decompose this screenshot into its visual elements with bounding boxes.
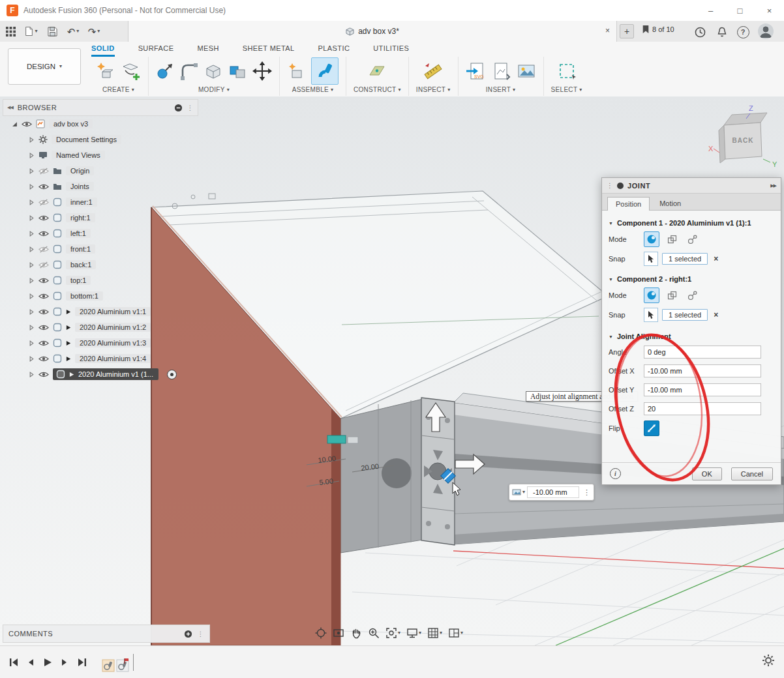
snap-selected-button[interactable]: 1 selected [662, 253, 708, 265]
expand-icon[interactable] [29, 231, 35, 237]
visibility-eye-off-icon[interactable] [38, 246, 50, 253]
browser-item-label[interactable]: front:1 [66, 244, 95, 254]
timeline-joint-marker[interactable] [102, 658, 115, 672]
visibility-eye-icon[interactable] [38, 230, 50, 237]
browser-item-origin[interactable]: Origin [3, 163, 198, 179]
assemble-menu[interactable]: ASSEMBLE▾ [292, 86, 334, 93]
joint-dialog-header[interactable]: ⋮ JOINT ▶▶ [602, 178, 781, 194]
info-icon[interactable]: i [610, 468, 621, 479]
new-form-icon[interactable] [96, 61, 115, 81]
expand-icon[interactable] [29, 137, 35, 143]
mode-simple-icon[interactable] [644, 231, 659, 247]
combine-icon[interactable] [228, 62, 247, 80]
visibility-eye-off-icon[interactable] [38, 168, 50, 175]
browser-item-front[interactable]: front:1 [3, 241, 198, 257]
close-button[interactable]: × [755, 1, 784, 21]
visibility-eye-icon[interactable] [38, 214, 50, 222]
expand-icon[interactable] [29, 372, 35, 377]
expand-icon[interactable] [12, 121, 18, 127]
browser-item-aluminium-1[interactable]: 2020 Aluminium v1:1 [3, 304, 198, 319]
workspace-selector[interactable]: DESIGN ▾ [8, 48, 81, 85]
browser-item-aluminium-3[interactable]: 2020 Aluminium v1:3 [3, 335, 198, 351]
visibility-eye-icon[interactable] [38, 371, 50, 378]
step-forward-button[interactable] [56, 654, 73, 671]
mode-motion-icon[interactable] [684, 287, 700, 303]
browser-header[interactable]: ◀◀ BROWSER ⋮ [3, 99, 198, 116]
browser-item-label[interactable]: inner:1 [66, 198, 97, 207]
browser-item-inner[interactable]: inner:1 [3, 194, 198, 210]
offset-value-input[interactable]: -10.00 mm [527, 486, 579, 498]
insert-menu[interactable]: INSERT▾ [486, 86, 516, 93]
browser-item-label[interactable]: 2020 Aluminium v1:4 [75, 354, 151, 363]
job-status-badge[interactable]: 8 of 10 [642, 25, 674, 34]
visibility-eye-icon[interactable] [38, 340, 50, 347]
insert-mesh-icon[interactable] [491, 61, 511, 81]
browser-item-label[interactable]: 2020 Aluminium v1:1 [75, 307, 151, 316]
browser-item-aluminium-4[interactable]: 2020 Aluminium v1:4 [3, 351, 198, 366]
browser-item-label[interactable]: bottom:1 [66, 291, 103, 301]
expand-icon[interactable] [29, 340, 35, 346]
expand-icon[interactable] [29, 215, 35, 221]
browser-item-label[interactable]: back:1 [66, 260, 96, 269]
offset-y-input[interactable] [644, 383, 761, 396]
browser-item-left[interactable]: left:1 [3, 226, 198, 241]
expand-icon[interactable] [29, 278, 35, 284]
maximize-button[interactable]: □ [725, 1, 755, 21]
pan-icon[interactable] [348, 626, 364, 640]
browser-item-label[interactable]: Document Settings [52, 135, 121, 144]
browser-item-label[interactable]: 2020 Aluminium v1:3 [75, 338, 151, 347]
fit-view-icon[interactable]: ▾ [384, 626, 402, 640]
display-settings-icon[interactable]: ▾ [404, 626, 423, 640]
expand-icon[interactable] [29, 199, 35, 205]
viewports-icon[interactable]: ▾ [446, 626, 465, 640]
create-sketch-icon[interactable] [121, 61, 141, 81]
visibility-eye-icon[interactable] [38, 293, 50, 300]
inspect-menu[interactable]: INSPECT▾ [416, 86, 451, 93]
orbit-icon[interactable] [313, 626, 329, 640]
offset-type-icon[interactable] [511, 488, 522, 496]
browser-item-label[interactable]: adv box v3 [49, 119, 93, 128]
redo-button[interactable]: ↷ ▾ [83, 23, 104, 40]
offset-x-input[interactable] [644, 364, 761, 377]
browser-item-label[interactable]: 2020 Aluminium v1 (1... [78, 370, 153, 378]
browser-item-top[interactable]: top:1 [3, 273, 198, 288]
timeline-joint-marker-flagged[interactable] [116, 658, 129, 672]
move-copy-icon[interactable] [252, 61, 272, 81]
select-tool-icon[interactable] [558, 62, 576, 80]
visibility-eye-icon[interactable] [38, 308, 50, 316]
browser-item-aluminium-5-selected[interactable]: 2020 Aluminium v1 (1... [3, 366, 198, 382]
tab-sheet-metal[interactable]: SHEET METAL [243, 44, 295, 57]
expand-icon[interactable] [29, 153, 35, 158]
tab-mesh[interactable]: MESH [197, 44, 219, 57]
fillet-icon[interactable] [180, 62, 198, 80]
minimize-panel-icon[interactable] [174, 104, 183, 112]
tab-utilities[interactable]: UTILITIES [373, 44, 409, 57]
insert-canvas-icon[interactable] [517, 61, 536, 81]
notifications-bell-icon[interactable] [715, 25, 729, 39]
tab-solid[interactable]: SOLID [91, 44, 115, 57]
undo-button[interactable]: ↶ ▾ [63, 23, 83, 40]
browser-item-label[interactable]: Origin [66, 166, 94, 175]
zoom-icon[interactable] [366, 626, 382, 640]
browser-item-bottom[interactable]: bottom:1 [3, 288, 198, 304]
activate-component-radio[interactable] [167, 370, 177, 379]
section-component1[interactable]: ▼ Component 1 - 2020 Aluminium v1 (1):1 [609, 219, 774, 227]
comments-bar[interactable]: COMMENTS ⋮ [3, 625, 210, 643]
timeline-position-cursor[interactable] [133, 654, 134, 671]
select-menu[interactable]: SELECT▾ [551, 86, 582, 93]
file-menu-button[interactable]: ▾ [21, 23, 42, 40]
tab-position[interactable]: Position [607, 197, 650, 211]
browser-item-label[interactable]: left:1 [66, 229, 91, 238]
joint-tool-active[interactable] [311, 57, 339, 85]
tab-surface[interactable]: SURFACE [138, 44, 174, 57]
browser-item-label[interactable]: top:1 [66, 276, 91, 285]
browser-item-label[interactable]: 2020 Aluminium v1:2 [75, 323, 151, 332]
visibility-eye-icon[interactable] [38, 277, 50, 284]
visibility-eye-icon[interactable] [38, 183, 50, 190]
measure-icon[interactable] [423, 61, 443, 81]
browser-item-aluminium-2[interactable]: 2020 Aluminium v1:2 [3, 319, 198, 335]
ok-button[interactable]: OK [692, 467, 722, 480]
mode-simple-icon[interactable] [644, 287, 659, 303]
browser-item-named-views[interactable]: Named Views [3, 147, 198, 163]
floating-offset-toolbar[interactable]: ▾ -10.00 mm ⋮ [509, 484, 594, 501]
